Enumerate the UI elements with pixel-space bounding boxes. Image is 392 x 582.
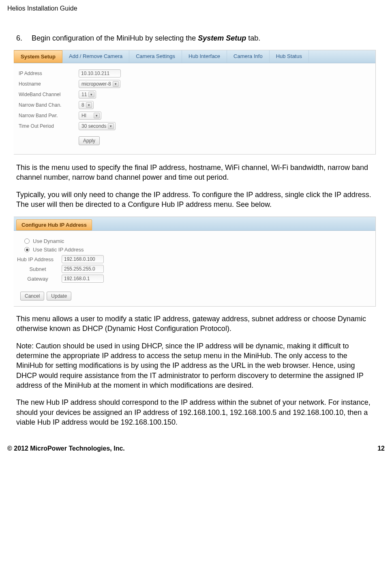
subnet-label: Subnet xyxy=(17,266,62,272)
paragraph-3: This menu allows a user to modify a stat… xyxy=(16,314,376,334)
paragraph-2: Typically, you will only need to change … xyxy=(16,190,376,210)
tab-hub-interface[interactable]: Hub Interface xyxy=(182,50,227,63)
apply-button[interactable]: Apply xyxy=(79,136,100,145)
narrowband-chan-value: 8 xyxy=(81,102,84,108)
tab-camera-settings[interactable]: Camera Settings xyxy=(129,50,182,63)
tab-camera-info[interactable]: Camera Info xyxy=(227,50,270,63)
configure-hub-ip-screenshot: Configure Hub IP Address Use Dynamic Use… xyxy=(14,217,376,307)
chevron-down-icon: ▾ xyxy=(88,92,94,97)
chevron-down-icon: ▾ xyxy=(108,123,114,129)
narrowband-chan-select[interactable]: 8 ▾ xyxy=(79,101,94,109)
paragraph-5: The new Hub IP address should correspond… xyxy=(16,397,376,427)
step-number: 6. xyxy=(16,34,32,43)
narrowband-pwr-value: HI xyxy=(81,113,86,118)
doc-header: Helios Installation Guide xyxy=(7,5,385,12)
step-text: Begin configuration of the MiniHub by se… xyxy=(32,34,376,43)
hub-ip-label: Hub IP Address xyxy=(17,256,62,262)
use-static-label: Use Static IP Address xyxy=(33,247,84,253)
wideband-select[interactable]: 11 ▾ xyxy=(79,90,96,99)
hostname-select[interactable]: micropower-8 ▾ xyxy=(79,80,120,88)
configure-hub-title: Configure Hub IP Address xyxy=(16,219,92,230)
footer-copyright: © 2012 MicroPower Technologies, Inc. xyxy=(7,445,125,452)
narrowband-chan-label: Narrow Band Chan. xyxy=(19,102,79,108)
hub-ip-field[interactable]: 192.168.0.100 xyxy=(62,255,104,263)
wideband-label: WideBand Channel xyxy=(19,92,79,97)
gateway-label: Gateway xyxy=(17,276,62,282)
timeout-label: Time Out Period xyxy=(19,123,79,129)
step-pre: Begin configuration of the MiniHub by se… xyxy=(32,34,198,42)
wideband-value: 11 xyxy=(81,92,87,97)
use-static-radio[interactable] xyxy=(24,247,30,252)
narrowband-pwr-select[interactable]: HI ▾ xyxy=(79,112,101,120)
hostname-label: Hostname xyxy=(19,81,79,87)
paragraph-4: Note: Caution should be used in using DH… xyxy=(16,341,376,390)
footer-page-number: 12 xyxy=(377,445,385,452)
tab-system-setup[interactable]: System Setup xyxy=(14,50,62,63)
step-post: tab. xyxy=(246,34,260,42)
chevron-down-icon: ▾ xyxy=(86,102,92,108)
use-dynamic-radio[interactable] xyxy=(24,238,30,244)
subnet-field[interactable]: 255.255.255.0 xyxy=(62,265,104,273)
hostname-value: micropower-8 xyxy=(81,81,111,87)
timeout-select[interactable]: 30 seconds ▾ xyxy=(79,122,116,130)
update-button[interactable]: Update xyxy=(47,292,71,301)
ip-address-label: IP Address xyxy=(19,71,79,76)
paragraph-1: This is the menu used to specify the fin… xyxy=(16,163,376,183)
tab-row: System Setup Add / Remove Camera Camera … xyxy=(14,50,375,63)
narrowband-pwr-label: Narrow Band Pwr. xyxy=(19,113,79,118)
tab-add-remove-camera[interactable]: Add / Remove Camera xyxy=(62,50,129,63)
chevron-down-icon: ▾ xyxy=(113,81,119,87)
use-dynamic-label: Use Dynamic xyxy=(33,238,64,244)
configure-hub-header: Configure Hub IP Address xyxy=(14,217,375,231)
ip-address-field[interactable]: 10.10.10.211 xyxy=(79,69,121,77)
step-6: 6. Begin configuration of the MiniHub by… xyxy=(16,34,376,43)
chevron-down-icon: ▾ xyxy=(94,113,100,118)
step-bold: System Setup xyxy=(198,34,246,42)
cancel-button[interactable]: Cancel xyxy=(20,292,44,301)
system-setup-screenshot: System Setup Add / Remove Camera Camera … xyxy=(14,50,376,155)
gateway-field[interactable]: 192.168.0.1 xyxy=(62,275,104,283)
timeout-value: 30 seconds xyxy=(81,123,106,129)
tab-hub-status[interactable]: Hub Status xyxy=(270,50,309,63)
